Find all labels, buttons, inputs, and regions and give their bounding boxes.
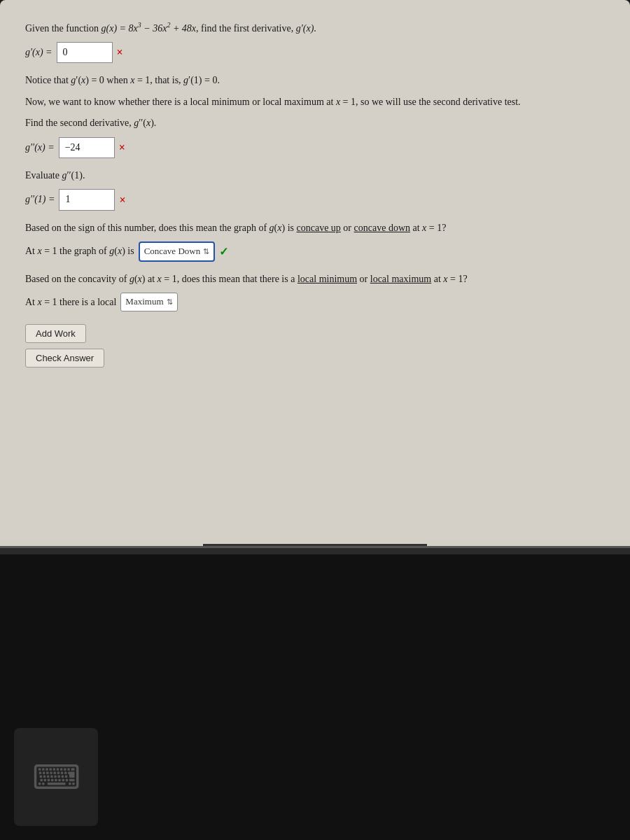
local-extrema-dropdown-value: Maximum	[125, 295, 163, 309]
local-extrema-dropdown-arrow: ⇅	[167, 296, 173, 309]
concave-down-text: concave down	[354, 223, 410, 233]
first-derivative-row: g′(x) = 0 ×	[25, 42, 605, 63]
concavity-check: ✓	[219, 243, 228, 261]
second-derivative-input[interactable]: −24	[59, 137, 115, 158]
second-derivative-status[interactable]: ×	[119, 139, 125, 157]
concavity-dropdown-arrow: ⇅	[203, 246, 209, 258]
evaluate-status[interactable]: ×	[119, 191, 125, 209]
concavity-question-text: Based on the sign of this number, does t…	[25, 220, 605, 236]
local-minimum-text: local minimum	[298, 274, 357, 284]
second-derivative-row: g′′(x) = −24 ×	[25, 137, 605, 158]
first-derivative-status[interactable]: ×	[117, 43, 123, 62]
second-derivative-intro: Now, we want to know whether there is a …	[25, 94, 605, 110]
local-extrema-question-text: Based on the concavity of g(x) at x = 1,…	[25, 272, 605, 287]
derivative-notation: g′(x)	[296, 23, 314, 34]
button-group: Add Work Check Answer	[25, 324, 605, 368]
bottom-divider	[203, 544, 427, 546]
second-derivative-label: g′′(x) =	[25, 140, 55, 155]
concave-up-text: concave up	[297, 223, 341, 233]
function-expression: g(x) = 8x3 − 36x2 + 48x	[101, 23, 196, 34]
check-answer-button[interactable]: Check Answer	[25, 349, 104, 368]
evaluate-input-label: g′′(1) =	[25, 192, 55, 207]
local-extrema-dropdown[interactable]: Maximum ⇅	[120, 293, 177, 312]
evaluate-input[interactable]: 1	[59, 189, 115, 210]
dark-background-area: ⌨	[0, 554, 630, 840]
first-derivative-input[interactable]: 0	[57, 42, 113, 63]
evaluate-row: g′′(1) = 1 ×	[25, 189, 605, 210]
main-content-area: Given the function g(x) = 8x3 − 36x2 + 4…	[0, 0, 630, 546]
concavity-answer-row: At x = 1 the graph of g(x) is Concave Do…	[25, 241, 605, 262]
first-derivative-label: g′(x) =	[25, 45, 52, 60]
evaluate-label: Evaluate g′′(1).	[25, 168, 605, 183]
problem-statement: Given the function g(x) = 8x3 − 36x2 + 4…	[25, 20, 605, 36]
concavity-prefix: At x = 1 the graph of g(x) is	[25, 244, 134, 259]
local-extrema-answer-row: At x = 1 there is a local Maximum ⇅	[25, 293, 605, 312]
taskbar-strip	[0, 546, 630, 554]
add-work-button[interactable]: Add Work	[25, 324, 86, 343]
local-maximum-text: local maximum	[370, 274, 431, 284]
find-second-derivative: Find the second derivative, g′′(x).	[25, 115, 605, 131]
concavity-dropdown-value: Concave Down	[144, 244, 201, 259]
notice-paragraph: Notice that g′(x) = 0 when x = 1, that i…	[25, 73, 605, 88]
local-extrema-prefix: At x = 1 there is a local	[25, 295, 116, 310]
keyboard-icon: ⌨	[14, 728, 98, 826]
concavity-dropdown[interactable]: Concave Down ⇅	[139, 241, 216, 262]
